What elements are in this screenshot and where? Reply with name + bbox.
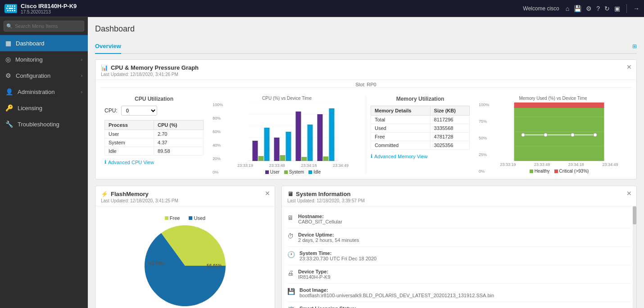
uptime-value: 2 days, 2 hours, 54 minutes <box>298 237 359 243</box>
device-name: Cisco IR8140H-P-K9 <box>21 3 77 9</box>
device-version: 17.5.20201213 <box>21 9 77 14</box>
memory-section-title: Memory Utilization <box>371 96 470 102</box>
licensing-status-label: Smart Licensing Status: <box>299 306 356 308</box>
sidebar-item-label-administration: Administration <box>18 89 54 95</box>
svg-rect-7 <box>7 10 9 11</box>
system-time-value: 23:33:20.730 UTC Fri Dec 18 2020 <box>299 256 376 261</box>
tab-overview[interactable]: Overview <box>95 39 121 54</box>
system-time-icon: 🕐 <box>287 251 295 258</box>
legend-healthy: Healthy <box>530 169 550 174</box>
grid-view-icon[interactable]: ⊞ <box>632 43 637 49</box>
healthy-legend-dot <box>530 170 533 173</box>
process-table: Process CPU (%) User 2.70 Syst <box>104 120 204 156</box>
hostname-label: Hostname: <box>298 214 342 219</box>
memory-chart-section: Memory Used (%) vs Device Time 100% 75% … <box>474 96 632 174</box>
table-row: Idle 89.58 <box>105 147 204 156</box>
sidebar-item-label-troubleshooting: Troubleshooting <box>18 121 59 128</box>
sysinfo-close-button[interactable]: ✕ <box>626 190 632 197</box>
sidebar-item-monitoring-left: ◎ Monitoring <box>5 56 43 63</box>
svg-rect-27 <box>323 156 329 161</box>
sidebar-item-licensing[interactable]: 🔑 Licensing <box>0 100 88 116</box>
save-icon[interactable]: 💾 <box>574 5 581 12</box>
sidebar-item-dashboard[interactable]: ▦ Dashboard <box>0 35 88 51</box>
memory-section: Memory Utilization Memory Details Size (… <box>366 96 474 174</box>
sysinfo-body: 🖥 Hostname: CABO_SIT_Cellular ⏱ Device U… <box>282 206 636 308</box>
process-user: User <box>105 130 154 138</box>
sysinfo-icon: 🖥 <box>287 191 293 197</box>
svg-rect-10 <box>14 10 15 11</box>
advanced-memory-link[interactable]: ℹ Advanced Memory View <box>371 153 470 159</box>
help-icon[interactable]: ? <box>596 5 600 12</box>
flash-icon: ⚡ <box>101 191 108 197</box>
top-navigation: Cisco IR8140H-P-K9 17.5.20201213 Welcome… <box>0 0 644 17</box>
svg-rect-4 <box>6 8 8 9</box>
flash-memory-card: ⚡ FlashMemory Last Updated: 12/18/2020, … <box>95 186 275 308</box>
search-input[interactable] <box>4 21 84 31</box>
idle-legend-dot <box>308 170 312 174</box>
table-row: User 2.70 <box>105 130 204 138</box>
pie-chart-wrapper: 43.09% 56.91% <box>145 225 226 306</box>
scrollbar-thumb[interactable] <box>633 206 636 224</box>
svg-rect-9 <box>12 10 13 11</box>
device-type-content: Device Type: IR8140H-P-K9 <box>298 269 331 280</box>
main-content: Dashboard Overview ⊞ 📊 CPU & Memory Pres… <box>88 17 644 308</box>
monitor-icon[interactable]: ▣ <box>614 5 620 12</box>
cpu-memory-close-button[interactable]: ✕ <box>626 63 632 71</box>
legend-idle: Idle <box>308 170 321 174</box>
boot-image-label: Boot Image: <box>299 287 494 293</box>
sidebar-item-administration-left: 👤 Administration <box>5 88 54 95</box>
settings-icon[interactable]: ⚙ <box>586 5 592 12</box>
used-percent-label: 56.91% <box>207 263 222 268</box>
info-icon-memory: ℹ <box>371 153 372 159</box>
memory-y-labels: 100% 75% 50% 25% 0% <box>479 103 491 174</box>
flash-memory-title: ⚡ FlashMemory <box>101 191 269 197</box>
flash-close-button[interactable]: ✕ <box>265 190 270 197</box>
refresh-icon[interactable]: ↻ <box>604 5 610 12</box>
svg-rect-0 <box>7 5 9 7</box>
sidebar-item-administration[interactable]: 👤 Administration › <box>0 84 88 100</box>
sidebar-item-troubleshooting[interactable]: 🔧 Troubleshooting <box>0 116 88 132</box>
cpu-chart-legend: User System Idle <box>225 170 361 174</box>
cpu-chart-title: CPU (%) vs Device Time <box>213 96 361 101</box>
svg-rect-20 <box>274 138 280 161</box>
sidebar-item-label-monitoring: Monitoring <box>15 56 43 63</box>
pie-legend: Free Used <box>165 215 205 221</box>
device-type-label: Device Type: <box>298 269 331 274</box>
sidebar-item-licensing-left: 🔑 Licensing <box>5 104 42 112</box>
sidebar-item-troubleshooting-left: 🔧 Troubleshooting <box>5 121 59 128</box>
table-row: Used3335568 <box>371 124 470 133</box>
administration-icon: 👤 <box>5 88 13 95</box>
signout-icon[interactable]: → <box>633 5 639 12</box>
sysinfo-title: 🖥 System Information <box>287 191 631 197</box>
cpu-chart-area: 23:33:19 23:33:48 23:34:18 23:34:49 User <box>225 103 361 174</box>
sidebar-item-monitoring[interactable]: ◎ Monitoring › <box>0 51 88 67</box>
uptime-content: Device Uptime: 2 days, 2 hours, 54 minut… <box>298 232 359 243</box>
cpu-memory-body: CPU Utilization CPU: 0 Process CP <box>95 91 636 179</box>
svg-rect-8 <box>9 10 11 11</box>
process-idle: Idle <box>105 147 154 156</box>
boot-image-content: Boot Image: bootflash:ir8100-universalk9… <box>299 287 494 298</box>
svg-rect-30 <box>514 103 604 108</box>
sidebar-item-configuration[interactable]: ⚙ Configuration › <box>0 67 88 84</box>
sysinfo-body-wrapper: 🖥 Hostname: CABO_SIT_Cellular ⏱ Device U… <box>282 206 636 308</box>
dashboard-icon: ▦ <box>5 40 11 47</box>
sysinfo-uptime: ⏱ Device Uptime: 2 days, 2 hours, 54 min… <box>287 228 631 247</box>
configuration-chevron: › <box>81 73 82 78</box>
sysinfo-device-type: 🖨 Device Type: IR8140H-P-K9 <box>287 265 631 284</box>
legend-critical: Critical (>93%) <box>554 169 589 174</box>
legend-system: System <box>284 170 304 174</box>
memory-details-header: Memory Details <box>371 106 431 116</box>
sidebar-item-dashboard-left: ▦ Dashboard <box>5 40 45 47</box>
welcome-text: Welcome cisco <box>523 5 559 12</box>
memory-chart-area: 23:33:19 23:33:48 23:34:18 23:34:49 Heal… <box>491 103 627 174</box>
svg-rect-23 <box>296 112 301 161</box>
advanced-cpu-link[interactable]: ℹ Advanced CPU View <box>104 159 204 165</box>
memory-line-chart-svg <box>491 103 627 161</box>
memory-x-labels: 23:33:19 23:33:48 23:34:18 23:34:49 <box>491 162 627 167</box>
uptime-icon: ⏱ <box>287 232 294 240</box>
svg-rect-24 <box>302 157 307 161</box>
cpu-select[interactable]: 0 <box>121 106 157 116</box>
hostname-content: Hostname: CABO_SIT_Cellular <box>298 214 342 224</box>
svg-rect-25 <box>308 125 313 161</box>
home-icon[interactable]: ⌂ <box>566 5 569 12</box>
